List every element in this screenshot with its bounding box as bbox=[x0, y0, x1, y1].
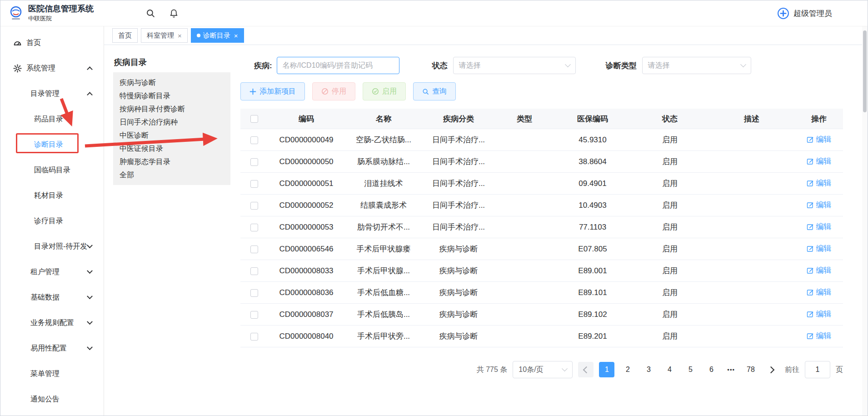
catalog-list-item[interactable]: 肿瘤形态学目录 bbox=[113, 155, 230, 168]
scrollbar-thumb[interactable] bbox=[863, 30, 867, 112]
row-checkbox[interactable] bbox=[250, 180, 258, 188]
search-icon[interactable] bbox=[146, 9, 155, 18]
cell-status: 启用 bbox=[631, 129, 708, 151]
row-checkbox[interactable] bbox=[250, 224, 258, 231]
disable-button[interactable]: 停用 bbox=[312, 82, 355, 100]
pagination: 共 775 条 10条/页 1 2 3 4 5 6 ••• 78 bbox=[240, 361, 843, 378]
close-icon[interactable]: × bbox=[234, 32, 238, 39]
notification-bell-icon[interactable] bbox=[169, 9, 179, 18]
diagnosis-type-select[interactable]: 请选择 bbox=[642, 57, 751, 74]
chevron-down-icon bbox=[740, 61, 746, 67]
sidebar-item-label: 租户管理 bbox=[30, 267, 60, 277]
cell-type bbox=[495, 151, 554, 173]
row-checkbox[interactable] bbox=[250, 202, 258, 210]
chevron-down-icon bbox=[87, 344, 93, 350]
edit-button[interactable]: 编辑 bbox=[807, 134, 832, 145]
table-row: CD0000008036 手术后低血糖... 疾病与诊断 E89.101 启用 … bbox=[240, 282, 843, 304]
sidebar-item-notice[interactable]: 通知公告 bbox=[0, 386, 104, 412]
sidebar-item-treatment-catalog[interactable]: 诊疗目录 bbox=[0, 208, 104, 234]
sidebar-item-usability-config[interactable]: 易用性配置 bbox=[0, 336, 104, 361]
table-row: CD0000008033 手术后甲状腺... 疾病与诊断 E89.001 启用 … bbox=[240, 260, 843, 282]
close-icon[interactable]: × bbox=[178, 32, 182, 39]
user-menu[interactable]: 超级管理员 bbox=[777, 7, 832, 20]
select-all-checkbox[interactable] bbox=[250, 115, 258, 123]
prev-page-button[interactable] bbox=[578, 362, 594, 377]
disease-search-input[interactable] bbox=[277, 57, 399, 74]
page-size-select[interactable]: 10条/页 bbox=[513, 361, 573, 378]
row-checkbox[interactable] bbox=[250, 311, 258, 319]
row-checkbox[interactable] bbox=[250, 158, 258, 166]
edit-button[interactable]: 编辑 bbox=[807, 331, 832, 341]
column-header: 状态 bbox=[631, 109, 708, 129]
sidebar-item-menu-mgmt[interactable]: 菜单管理 bbox=[0, 361, 104, 386]
sidebar-item-consumables-catalog[interactable]: 耗材目录 bbox=[0, 183, 104, 208]
query-button[interactable]: 查询 bbox=[413, 82, 456, 100]
sidebar-item-label: 诊疗目录 bbox=[34, 216, 63, 226]
goto-page-input[interactable] bbox=[805, 361, 830, 378]
tab-home[interactable]: 首页 bbox=[112, 28, 138, 43]
tab-diagnosis-catalog[interactable]: 诊断目录 × bbox=[191, 28, 244, 43]
cell-code: CD0000008037 bbox=[268, 304, 345, 326]
collapse-menu-icon[interactable] bbox=[121, 10, 131, 17]
row-checkbox[interactable] bbox=[250, 289, 258, 297]
sidebar-item-tenant-mgmt[interactable]: 租户管理 bbox=[0, 259, 104, 285]
tab-dept-mgmt[interactable]: 科室管理 × bbox=[141, 28, 188, 43]
next-page-button[interactable] bbox=[764, 362, 779, 377]
chevron-down-icon bbox=[87, 268, 93, 274]
sidebar-item-basic-data[interactable]: 基础数据 bbox=[0, 285, 104, 310]
cell-insurance: 45.9310 bbox=[554, 129, 631, 151]
cell-name: 手术后低血糖... bbox=[345, 282, 422, 304]
row-checkbox[interactable] bbox=[250, 136, 258, 144]
cell-status: 启用 bbox=[631, 260, 708, 282]
row-checkbox[interactable] bbox=[250, 246, 258, 253]
catalog-list-item[interactable]: 疾病与诊断 bbox=[113, 76, 230, 89]
sidebar-item-diagnosis-catalog[interactable]: 诊断目录 bbox=[0, 132, 104, 157]
edit-button[interactable]: 编辑 bbox=[807, 178, 832, 188]
sidebar-item-business-rules[interactable]: 业务规则配置 bbox=[0, 310, 104, 336]
page-button-6[interactable]: 6 bbox=[703, 362, 719, 377]
edit-button[interactable]: 编辑 bbox=[807, 287, 832, 297]
page-button-5[interactable]: 5 bbox=[683, 362, 698, 377]
add-item-button[interactable]: 添加新项目 bbox=[240, 82, 305, 100]
chevron-up-icon bbox=[87, 66, 93, 72]
sidebar-item-label: 业务规则配置 bbox=[30, 318, 74, 328]
catalog-list-item[interactable]: 特慢病诊断目录 bbox=[113, 89, 230, 102]
catalog-list-item[interactable]: 中医证候目录 bbox=[113, 142, 230, 155]
cell-status: 启用 bbox=[631, 238, 708, 260]
status-select[interactable]: 请选择 bbox=[453, 57, 576, 74]
page-button-3[interactable]: 3 bbox=[641, 362, 656, 377]
edit-button[interactable]: 编辑 bbox=[807, 200, 832, 210]
sidebar-item-system-mgmt[interactable]: 系统管理 bbox=[0, 55, 104, 81]
catalog-list-item[interactable]: 日间手术治疗病种 bbox=[113, 115, 230, 129]
cell-desc bbox=[708, 173, 795, 195]
page-button-2[interactable]: 2 bbox=[620, 362, 635, 377]
row-checkbox[interactable] bbox=[250, 267, 258, 275]
sidebar-item-catalog-mapping[interactable]: 目录对照-待开发 bbox=[0, 234, 104, 259]
sidebar-item-home[interactable]: 首页 bbox=[0, 30, 104, 55]
sidebar-item-drug-catalog[interactable]: 药品目录 bbox=[0, 106, 104, 132]
row-checkbox[interactable] bbox=[250, 333, 258, 341]
edit-button[interactable]: 编辑 bbox=[807, 309, 832, 319]
page-button-4[interactable]: 4 bbox=[662, 362, 677, 377]
edit-button[interactable]: 编辑 bbox=[807, 243, 832, 254]
more-pages-button[interactable]: ••• bbox=[724, 366, 738, 374]
catalog-list-item[interactable]: 按病种目录付费诊断 bbox=[113, 102, 230, 115]
table-header-row: 编码 名称 疾病分类 类型 医保编码 状态 描述 操作 bbox=[240, 109, 843, 129]
sidebar-item-catalog-mgmt[interactable]: 目录管理 bbox=[0, 81, 104, 106]
catalog-list-item[interactable]: 全部 bbox=[113, 168, 230, 181]
check-circle-icon bbox=[372, 88, 379, 95]
cell-type bbox=[495, 238, 554, 260]
page-button-78[interactable]: 78 bbox=[743, 362, 758, 377]
tab-label: 首页 bbox=[118, 31, 132, 40]
sidebar-item-label: 菜单管理 bbox=[30, 369, 60, 379]
page-button-1[interactable]: 1 bbox=[599, 362, 614, 377]
enable-button[interactable]: 启用 bbox=[363, 82, 406, 100]
edit-button[interactable]: 编辑 bbox=[807, 265, 832, 276]
sidebar-item-national-code-catalog[interactable]: 国临码目录 bbox=[0, 157, 104, 183]
cell-type bbox=[495, 304, 554, 326]
edit-button[interactable]: 编辑 bbox=[807, 156, 832, 166]
catalog-list-item[interactable]: 中医诊断 bbox=[113, 129, 230, 142]
chevron-up-icon bbox=[87, 92, 93, 98]
column-header: 名称 bbox=[345, 109, 422, 129]
edit-button[interactable]: 编辑 bbox=[807, 221, 832, 232]
